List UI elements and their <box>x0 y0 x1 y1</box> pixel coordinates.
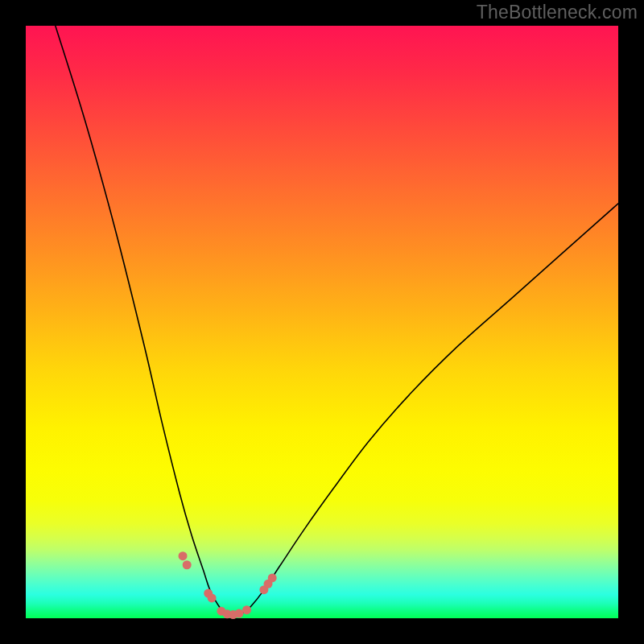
plot-area <box>26 26 618 618</box>
marker-dot <box>208 593 217 602</box>
marker-dot <box>183 560 192 569</box>
marker-dot <box>234 609 243 618</box>
highlight-markers <box>179 551 277 619</box>
marker-dot <box>268 573 277 582</box>
bottleneck-curve <box>56 26 618 616</box>
watermark-text: TheBottleneck.com <box>477 2 638 23</box>
marker-dot <box>179 551 188 560</box>
curve-svg <box>26 26 618 618</box>
marker-dot <box>242 605 251 614</box>
chart-container: TheBottleneck.com <box>0 0 644 644</box>
